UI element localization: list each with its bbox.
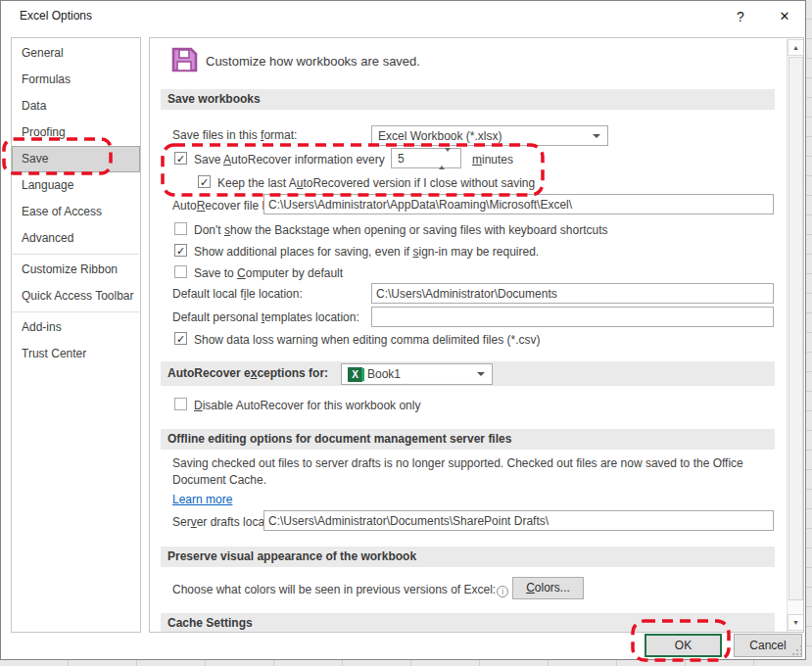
- sidebar-item-trust-center[interactable]: Trust Center: [12, 341, 140, 367]
- section-offline-editing: Offline editing options for document man…: [161, 429, 775, 450]
- chevron-down-icon: [593, 134, 600, 138]
- csv-warning-checkbox[interactable]: ✓: [174, 332, 187, 345]
- sidebar-item-general[interactable]: General: [12, 40, 140, 67]
- info-icon[interactable]: i: [497, 586, 508, 597]
- help-button[interactable]: ?: [728, 6, 753, 27]
- additional-places-checkbox[interactable]: ✓: [174, 244, 187, 257]
- spinner-arrows-icon[interactable]: [439, 152, 451, 166]
- resize-grip[interactable]: [792, 645, 794, 647]
- vertical-scrollbar[interactable]: ▲ ▼: [787, 39, 803, 632]
- server-drafts-input[interactable]: [263, 510, 774, 531]
- sidebar-item-quick-access-toolbar[interactable]: Quick Access Toolbar: [12, 283, 140, 309]
- section-cache-settings: Cache Settings: [161, 613, 775, 632]
- workbook-value: Book1: [367, 367, 401, 381]
- scroll-down-icon[interactable]: ▼: [788, 614, 804, 631]
- screen: Excel Options ? ✕ General Formulas Data …: [0, 0, 812, 666]
- offline-body-text: Saving checked out files to server draft…: [172, 455, 778, 489]
- save-to-computer-label: Save to Computer by default: [194, 266, 343, 280]
- colors-button[interactable]: Colors...: [512, 577, 584, 599]
- default-local-label: Default local file location:: [172, 287, 303, 301]
- sidebar-item-add-ins[interactable]: Add-ins: [12, 314, 140, 341]
- close-button[interactable]: ✕: [772, 6, 797, 27]
- scroll-up-icon[interactable]: ▲: [788, 39, 804, 56]
- titlebar: Excel Options ? ✕: [1, 1, 805, 31]
- sidebar-item-language[interactable]: Language: [12, 172, 140, 199]
- sidebar-item-formulas[interactable]: Formulas: [12, 67, 140, 93]
- section-preserve-appearance: Preserve visual appearance of the workbo…: [161, 547, 775, 567]
- minutes-spinner[interactable]: 5: [391, 148, 461, 168]
- minutes-label: minutes: [472, 153, 513, 166]
- keep-last-label: Keep the last AutoRecovered version if I…: [217, 176, 535, 190]
- content-area: Customize how workbooks are saved. Save …: [149, 37, 804, 633]
- save-format-dropdown[interactable]: Excel Workbook (*.xlsx): [371, 125, 608, 146]
- disable-autorecover-checkbox[interactable]: [174, 398, 187, 410]
- autorecover-label: Save AutoRecover information every: [194, 153, 385, 166]
- chevron-down-icon: [477, 372, 485, 376]
- sidebar-item-advanced[interactable]: Advanced: [12, 225, 140, 252]
- minutes-value: 5: [398, 152, 405, 166]
- excel-grid-right: [806, 0, 812, 666]
- learn-more-link[interactable]: Learn more: [172, 493, 232, 506]
- ok-button[interactable]: OK: [645, 634, 722, 657]
- save-to-computer-checkbox[interactable]: [174, 265, 187, 278]
- sidebar-item-ease-of-access[interactable]: Ease of Access: [12, 199, 140, 225]
- excel-workbook-icon: X: [348, 367, 362, 382]
- default-local-input[interactable]: [371, 283, 774, 304]
- colors-row-label: Choose what colors will be seen in previ…: [172, 583, 508, 597]
- sidebar-item-proofing[interactable]: Proofing: [12, 119, 140, 146]
- sidebar-item-customize-ribbon[interactable]: Customize Ribbon: [12, 257, 140, 283]
- excel-grid-bottom: [0, 660, 812, 666]
- save-format-value: Excel Workbook (*.xlsx): [378, 129, 502, 143]
- sidebar: General Formulas Data Proofing Save Lang…: [11, 37, 141, 633]
- section-save-workbooks: Save workbooks: [161, 89, 775, 110]
- excel-options-dialog: Excel Options ? ✕ General Formulas Data …: [0, 0, 806, 660]
- keep-last-checkbox[interactable]: ✓: [198, 175, 211, 188]
- sidebar-item-data[interactable]: Data: [12, 93, 140, 119]
- autorecover-location-input[interactable]: [263, 194, 774, 214]
- autorecover-exceptions-label: AutoRecover exceptions for:: [167, 366, 328, 380]
- autorecover-checkbox[interactable]: ✓: [174, 152, 187, 165]
- personal-templates-label: Default personal templates location:: [172, 310, 359, 324]
- backstage-checkbox[interactable]: [174, 222, 187, 235]
- sidebar-divider: [13, 311, 139, 312]
- disable-autorecover-label: Disable AutoRecover for this workbook on…: [194, 399, 420, 412]
- save-floppy-icon: [170, 47, 198, 72]
- additional-places-label: Show additional places for saving, even …: [194, 245, 539, 259]
- csv-warning-label: Show data loss warning when editing comm…: [194, 333, 541, 347]
- sidebar-divider: [13, 254, 139, 255]
- sidebar-item-save[interactable]: Save: [12, 146, 140, 172]
- workbook-dropdown[interactable]: X Book1: [341, 363, 493, 385]
- scrollbar-thumb[interactable]: [788, 57, 803, 600]
- dialog-title: Excel Options: [20, 9, 92, 23]
- save-format-label: Save files in this format:: [172, 128, 297, 142]
- backstage-label: Don't show the Backstage when opening or…: [194, 223, 608, 237]
- personal-templates-input[interactable]: [371, 307, 774, 327]
- page-title: Customize how workbooks are saved.: [206, 54, 420, 69]
